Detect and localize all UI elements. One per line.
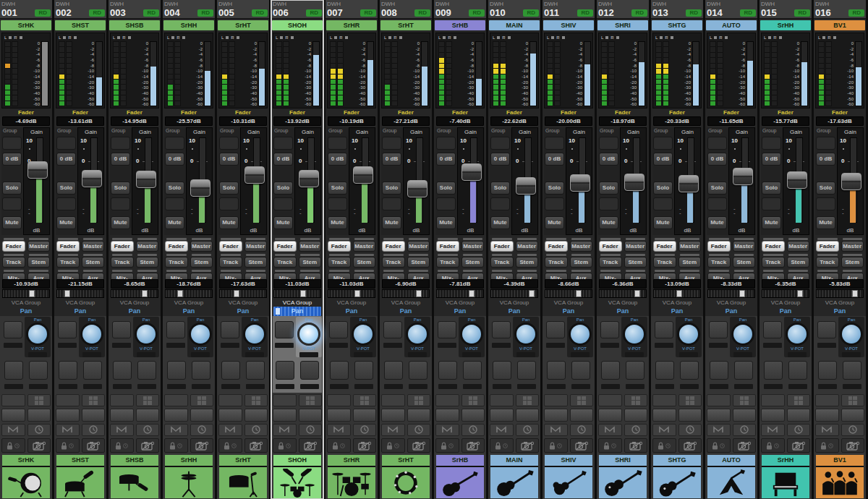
- lock-button[interactable]: [218, 438, 242, 453]
- track-mode-button[interactable]: Track: [111, 257, 134, 268]
- spare-button[interactable]: [490, 197, 510, 210]
- channel-name-footer[interactable]: SrHH: [165, 455, 213, 467]
- function-button-3[interactable]: [27, 409, 51, 421]
- master-mode-button[interactable]: Master: [733, 241, 756, 252]
- channel-name-footer[interactable]: SrHK: [2, 455, 50, 467]
- channel-header[interactable]: DWH 007 RD: [326, 0, 378, 19]
- assign-button-2[interactable]: [4, 361, 23, 380]
- zero-db-button[interactable]: 0 dB: [490, 153, 510, 166]
- fader-handle[interactable]: [516, 177, 536, 195]
- fader-handle[interactable]: [787, 171, 807, 189]
- stem-mode-button[interactable]: Stem: [299, 257, 322, 268]
- function-button-2[interactable]: [327, 409, 351, 421]
- track-mode-button[interactable]: Track: [382, 257, 405, 268]
- solo-button[interactable]: Solo: [599, 182, 618, 195]
- instrument-image[interactable]: [56, 467, 104, 498]
- assign-button-3[interactable]: [517, 361, 536, 380]
- mute-button[interactable]: Mute: [273, 216, 293, 229]
- function-button-grid[interactable]: [299, 394, 323, 406]
- spare-button[interactable]: [2, 197, 22, 210]
- stem-mode-button[interactable]: Stem: [516, 257, 539, 268]
- solo-button[interactable]: Solo: [2, 182, 22, 195]
- function-button-2[interactable]: [598, 409, 622, 421]
- lock-button[interactable]: [56, 438, 80, 453]
- master-mode-button[interactable]: Master: [299, 241, 322, 252]
- stem-mode-button[interactable]: Stem: [570, 257, 593, 268]
- channel-header[interactable]: DWH 015 RD: [760, 0, 812, 19]
- spare-button[interactable]: [56, 197, 76, 210]
- mute-button[interactable]: Mute: [56, 216, 76, 229]
- assign-button-3[interactable]: [680, 361, 699, 380]
- assign-button-2[interactable]: [710, 361, 728, 380]
- mute-button[interactable]: Mute: [328, 216, 347, 229]
- automation-envelope-button[interactable]: [815, 424, 839, 436]
- fader-mode-button[interactable]: Fader: [328, 241, 351, 252]
- assign-button-3[interactable]: [734, 361, 753, 380]
- track-mode-button[interactable]: Track: [56, 257, 80, 268]
- vca-slider[interactable]: [816, 289, 864, 298]
- automation-read-badge[interactable]: RD: [89, 9, 105, 17]
- function-button-1[interactable]: [110, 394, 134, 406]
- master-mode-button[interactable]: Master: [407, 241, 430, 252]
- zero-db-button[interactable]: 0 dB: [653, 153, 673, 166]
- group-assign-button[interactable]: [219, 137, 239, 150]
- master-mode-button[interactable]: Master: [82, 241, 105, 252]
- snapshot-disable-button[interactable]: [678, 438, 702, 453]
- spare-button[interactable]: [382, 197, 401, 210]
- zero-db-button[interactable]: 0 dB: [56, 153, 76, 166]
- channel-name[interactable]: SHTG: [652, 20, 702, 30]
- snapshot-disable-button[interactable]: [624, 438, 648, 453]
- function-button-3[interactable]: [136, 409, 160, 421]
- timer-button[interactable]: [516, 424, 540, 436]
- snapshot-disable-button[interactable]: [136, 438, 160, 453]
- function-button-grid[interactable]: [407, 394, 431, 406]
- automation-read-badge[interactable]: RD: [686, 9, 702, 17]
- assign-button-2[interactable]: [221, 361, 240, 380]
- function-button-grid[interactable]: [733, 394, 757, 406]
- stem-mode-button[interactable]: Stem: [407, 257, 430, 268]
- track-mode-button[interactable]: Track: [653, 257, 676, 268]
- channel-name-footer[interactable]: SrHT: [219, 455, 267, 467]
- pan-section-label[interactable]: Pan: [111, 307, 158, 316]
- function-button-3[interactable]: [244, 409, 268, 421]
- snapshot-disable-button[interactable]: [570, 438, 594, 453]
- channel-name[interactable]: BV1: [814, 20, 865, 30]
- timer-button[interactable]: [82, 424, 106, 436]
- function-button-3[interactable]: [570, 409, 594, 421]
- channel-name[interactable]: SHOH: [272, 20, 323, 30]
- zero-db-button[interactable]: 0 dB: [816, 153, 835, 166]
- instrument-image[interactable]: [490, 467, 538, 498]
- channel-header[interactable]: DWH 013 RD: [651, 0, 703, 19]
- function-button-1[interactable]: [273, 394, 297, 406]
- mute-button[interactable]: Mute: [219, 216, 239, 229]
- fader-mode-button[interactable]: Fader: [436, 241, 459, 252]
- channel-name[interactable]: SHRI: [597, 20, 648, 30]
- solo-button[interactable]: Solo: [165, 182, 184, 195]
- mute-button[interactable]: Mute: [490, 216, 510, 229]
- assign-button-1[interactable]: [383, 321, 402, 338]
- function-button-1[interactable]: [56, 394, 80, 406]
- track-mode-button[interactable]: Track: [436, 257, 459, 268]
- assign-button-1[interactable]: [763, 321, 782, 338]
- function-button-2[interactable]: [218, 409, 242, 421]
- master-mode-button[interactable]: Master: [27, 241, 51, 252]
- track-mode-button[interactable]: Track: [816, 257, 839, 268]
- function-button-grid[interactable]: [570, 394, 594, 406]
- vca-slider-handle[interactable]: [64, 290, 70, 297]
- channel-header[interactable]: DWH 014 RD: [705, 0, 757, 19]
- mute-button[interactable]: Mute: [599, 216, 618, 229]
- lock-button[interactable]: [598, 438, 622, 453]
- assign-button-2[interactable]: [493, 361, 511, 380]
- automation-read-badge[interactable]: RD: [197, 9, 213, 17]
- master-mode-button[interactable]: Master: [516, 241, 539, 252]
- group-assign-button[interactable]: [816, 137, 835, 150]
- fader-handle[interactable]: [678, 175, 699, 192]
- spare-button[interactable]: [219, 197, 239, 210]
- group-assign-button[interactable]: [111, 137, 130, 150]
- instrument-image[interactable]: [545, 467, 592, 498]
- function-button-3[interactable]: [353, 409, 377, 421]
- automation-envelope-button[interactable]: [56, 424, 80, 436]
- pan-knob[interactable]: [840, 323, 863, 346]
- channel-header[interactable]: DWH 005 RD: [217, 0, 269, 19]
- automation-read-badge[interactable]: RD: [360, 9, 376, 17]
